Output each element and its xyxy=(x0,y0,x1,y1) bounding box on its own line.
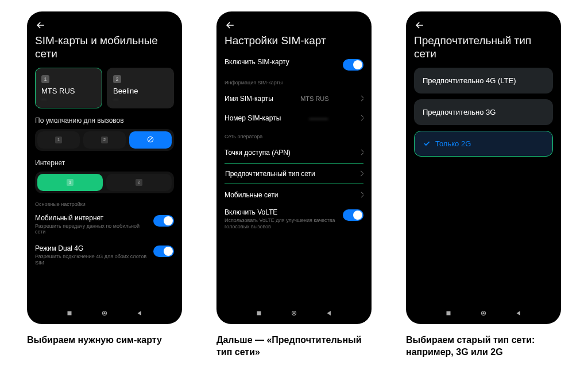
android-navbar xyxy=(414,305,553,320)
internet-option-sim1[interactable]: 1 xyxy=(37,174,103,191)
phone-screen-2: Настройки SIM-карт Включить SIM-карту Ин… xyxy=(216,11,372,324)
nav-home-icon[interactable] xyxy=(479,309,488,317)
svg-point-7 xyxy=(293,313,295,314)
toggle-switch[interactable] xyxy=(153,215,174,227)
row-label: Точки доступа (APN) xyxy=(225,149,291,157)
row-label: Мобильные сети xyxy=(225,191,278,199)
calls-option-ask[interactable] xyxy=(129,131,172,149)
internet-label: Интернет xyxy=(35,159,174,167)
settings-subheader: Основные настройки xyxy=(35,201,174,207)
phone-screen-3: Предпочтительный тип сети Предпочтительн… xyxy=(406,11,561,324)
nav-back-icon[interactable] xyxy=(514,309,523,317)
svg-point-4 xyxy=(104,313,105,314)
network-option-3g[interactable]: Предпочтительно 3G xyxy=(414,99,553,125)
row-label: Номер SIM-карты xyxy=(225,114,281,122)
mobile-internet-row[interactable]: Мобильный интернет Разрешить передачу да… xyxy=(35,211,174,241)
sim-subtext: — xyxy=(41,96,96,102)
svg-rect-5 xyxy=(257,311,261,315)
volte-row[interactable]: Включить VoLTE Использовать VoLTE для ул… xyxy=(225,205,363,236)
android-navbar xyxy=(35,305,174,320)
page-title: SIM-карты и мобильные сети xyxy=(35,34,174,61)
back-icon[interactable] xyxy=(225,20,236,31)
caption: Выбираем нужную сим-карту xyxy=(27,334,162,346)
default-calls-label: По умолчанию для вызовов xyxy=(35,116,174,124)
back-icon[interactable] xyxy=(414,20,425,31)
toggle-switch[interactable] xyxy=(343,59,363,71)
sim-badge-icon: 1 xyxy=(41,75,49,83)
row-value: ——— xyxy=(309,115,328,122)
sim-number-row[interactable]: Номер SIM-карты ——— xyxy=(225,108,363,128)
sim-name: MTS RUS xyxy=(41,87,96,95)
toggle-switch[interactable] xyxy=(153,246,174,257)
option-label: Предпочтительно 4G (LTE) xyxy=(423,76,516,85)
setting-title: Включить SIM-карту xyxy=(225,58,338,66)
svg-line-1 xyxy=(149,138,152,141)
back-icon[interactable] xyxy=(35,20,47,31)
sim-name-row[interactable]: Имя SIM-карты MTS RUS xyxy=(225,89,363,108)
setting-title: Режим Dual 4G xyxy=(35,244,149,252)
sim-name: Beeline xyxy=(113,87,168,95)
toggle-switch[interactable] xyxy=(343,209,363,221)
internet-selector: 1 2 xyxy=(35,172,174,193)
info-subheader: Информация SIM-карты xyxy=(225,80,363,85)
calls-option-sim2[interactable]: 2 xyxy=(83,131,126,149)
ask-icon xyxy=(146,135,154,145)
setting-desc: Разрешить передачу данных по мобильной с… xyxy=(35,223,149,236)
android-navbar xyxy=(225,305,363,320)
nav-recents-icon[interactable] xyxy=(65,309,74,317)
row-value: MTS RUS xyxy=(300,95,329,102)
enable-sim-row[interactable]: Включить SIM-карту xyxy=(225,54,363,76)
nav-recents-icon[interactable] xyxy=(444,309,452,317)
apn-row[interactable]: Точки доступа (APN) xyxy=(225,143,363,162)
nav-back-icon[interactable] xyxy=(325,309,333,317)
phone-screen-1: SIM-карты и мобильные сети 1 MTS RUS — 2… xyxy=(27,11,182,324)
network-option-2g[interactable]: Только 2G xyxy=(414,131,553,157)
internet-option-sim2[interactable]: 2 xyxy=(106,174,172,191)
sim-subtext: — xyxy=(113,96,168,102)
setting-desc: Разрешить подключение 4G для обоих слото… xyxy=(35,254,149,266)
page-title: Настройки SIM-карт xyxy=(225,34,363,48)
option-label: Предпочтительно 3G xyxy=(423,108,496,116)
default-calls-selector: 1 2 xyxy=(35,129,174,151)
nav-back-icon[interactable] xyxy=(136,309,144,317)
dual-4g-row[interactable]: Режим Dual 4G Разрешить подключение 4G д… xyxy=(35,241,174,272)
nav-recents-icon[interactable] xyxy=(255,309,263,317)
preferred-network-type-row[interactable]: Предпочтительный тип сети xyxy=(225,163,363,184)
sim-card-2[interactable]: 2 Beeline — xyxy=(107,68,174,108)
nav-home-icon[interactable] xyxy=(290,309,298,317)
setting-title: Мобильный интернет xyxy=(35,214,149,222)
option-label: Только 2G xyxy=(435,139,471,148)
caption: Дальше — «Предпочтительный тип сети» xyxy=(216,334,372,359)
svg-rect-8 xyxy=(447,311,451,315)
mobile-networks-row[interactable]: Мобильные сети xyxy=(225,185,363,205)
svg-rect-2 xyxy=(68,311,72,315)
page-title: Предпочтительный тип сети xyxy=(414,34,553,61)
operator-subheader: Сеть оператора xyxy=(225,134,363,139)
setting-desc: Использовать VoLTE для улучшения качеств… xyxy=(225,217,338,230)
calls-option-sim1[interactable]: 1 xyxy=(37,131,80,149)
sim-badge-icon: 2 xyxy=(113,75,121,83)
caption: Выбираем старый тип сети: например, 3G и… xyxy=(406,334,561,359)
sim-card-1[interactable]: 1 MTS RUS — xyxy=(35,68,102,108)
row-label: Предпочтительный тип сети xyxy=(225,170,315,178)
setting-title: Включить VoLTE xyxy=(225,208,338,216)
network-option-4g[interactable]: Предпочтительно 4G (LTE) xyxy=(414,68,553,94)
row-label: Имя SIM-карты xyxy=(225,95,273,103)
svg-point-10 xyxy=(483,313,484,314)
nav-home-icon[interactable] xyxy=(100,309,109,317)
check-icon xyxy=(423,139,431,147)
